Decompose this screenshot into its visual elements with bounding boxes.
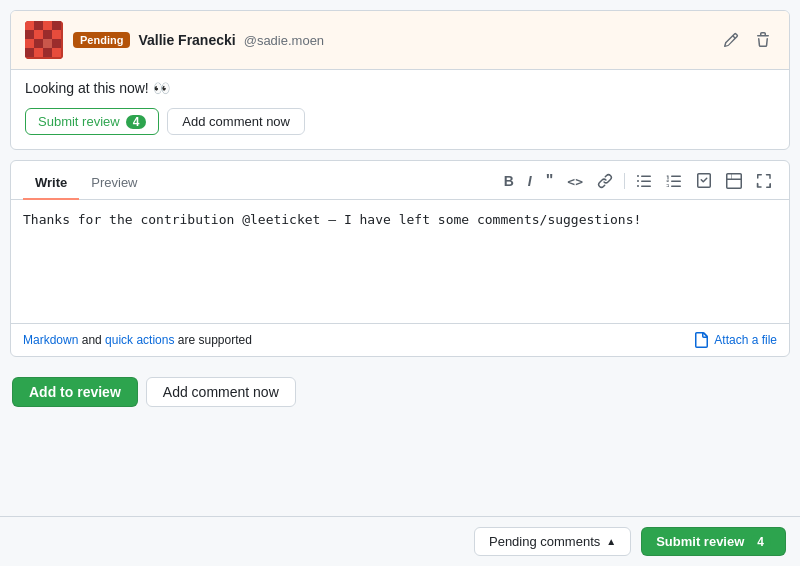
attach-file-label: Attach a file bbox=[714, 333, 777, 347]
toolbar-unordered-list[interactable] bbox=[631, 170, 657, 192]
submit-review-button[interactable]: Submit review 4 bbox=[25, 108, 159, 135]
author-handle: @sadie.moen bbox=[244, 33, 324, 48]
svg-rect-3 bbox=[43, 21, 52, 30]
toolbar-quote[interactable]: " bbox=[541, 170, 559, 192]
toolbar-fullscreen[interactable] bbox=[751, 170, 777, 192]
bottom-action-bar: Add to review Add comment now bbox=[10, 367, 790, 409]
toolbar-task-list[interactable] bbox=[691, 170, 717, 192]
svg-rect-14 bbox=[52, 21, 61, 30]
pending-badge: Pending bbox=[73, 32, 130, 48]
comment-meta: Pending Vallie Franecki @sadie.moen bbox=[73, 32, 324, 48]
markdown-link[interactable]: Markdown bbox=[23, 333, 78, 347]
svg-rect-15 bbox=[25, 48, 34, 57]
task-list-icon bbox=[696, 173, 712, 189]
link-icon bbox=[597, 173, 613, 189]
svg-rect-2 bbox=[34, 30, 43, 39]
svg-rect-6 bbox=[52, 30, 61, 39]
table-icon bbox=[726, 173, 742, 189]
submit-review-label: Submit review bbox=[38, 114, 120, 129]
ordered-list-icon bbox=[666, 173, 682, 189]
quick-actions-link[interactable]: quick actions bbox=[105, 333, 174, 347]
pending-comments-button[interactable]: Pending comments ▲ bbox=[474, 527, 631, 556]
tab-preview[interactable]: Preview bbox=[79, 169, 149, 200]
footer-supported: are supported bbox=[178, 333, 252, 347]
submit-review-count: 4 bbox=[126, 115, 147, 129]
svg-rect-12 bbox=[52, 39, 61, 48]
edit-comment-button[interactable] bbox=[719, 28, 743, 52]
comment-header: Pending Vallie Franecki @sadie.moen bbox=[11, 11, 789, 70]
submit-review-green-label: Submit review bbox=[656, 534, 744, 549]
svg-rect-11 bbox=[34, 39, 43, 48]
submit-review-green-button[interactable]: Submit review 4 bbox=[641, 527, 786, 556]
avatar bbox=[25, 21, 63, 59]
editor-footer-help: Markdown and quick actions are supported bbox=[23, 333, 252, 347]
comment-actions-top bbox=[719, 28, 775, 52]
svg-rect-5 bbox=[34, 48, 43, 57]
code-icon: <> bbox=[567, 175, 583, 188]
comment-footer-buttons: Submit review 4 Add comment now bbox=[25, 108, 775, 135]
editor-card: Write Preview B I " <> bbox=[10, 160, 790, 357]
add-comment-now-button-bottom[interactable]: Add comment now bbox=[146, 377, 296, 407]
attach-file-button[interactable]: Attach a file bbox=[693, 332, 777, 348]
comment-header-left: Pending Vallie Franecki @sadie.moen bbox=[25, 21, 324, 59]
pending-comments-label: Pending comments bbox=[489, 534, 600, 549]
comment-text: Looking at this now! 👀 bbox=[25, 80, 775, 96]
edit-icon bbox=[723, 32, 739, 48]
chevron-up-icon: ▲ bbox=[606, 536, 616, 547]
editor-toolbar: B I " <> bbox=[499, 170, 777, 198]
comment-textarea[interactable]: Thanks for the contribution @leeticket –… bbox=[11, 200, 789, 320]
attach-file-icon bbox=[693, 332, 709, 348]
editor-footer: Markdown and quick actions are supported… bbox=[11, 323, 789, 356]
italic-icon: I bbox=[528, 174, 532, 188]
delete-icon bbox=[755, 32, 771, 48]
svg-rect-16 bbox=[43, 48, 52, 57]
svg-rect-8 bbox=[52, 48, 61, 57]
toolbar-italic[interactable]: I bbox=[523, 171, 537, 191]
add-comment-now-button-top[interactable]: Add comment now bbox=[167, 108, 305, 135]
svg-rect-1 bbox=[25, 21, 34, 30]
bold-icon: B bbox=[504, 174, 514, 188]
toolbar-link[interactable] bbox=[592, 170, 618, 192]
toolbar-separator-1 bbox=[624, 173, 625, 189]
tab-write[interactable]: Write bbox=[23, 169, 79, 200]
quote-icon: " bbox=[546, 173, 554, 189]
svg-rect-9 bbox=[25, 30, 34, 39]
unordered-list-icon bbox=[636, 173, 652, 189]
svg-rect-7 bbox=[43, 39, 52, 48]
footer-and: and bbox=[82, 333, 105, 347]
delete-comment-button[interactable] bbox=[751, 28, 775, 52]
comment-card: Pending Vallie Franecki @sadie.moen bbox=[10, 10, 790, 150]
fullscreen-icon bbox=[756, 173, 772, 189]
comment-author-line: Pending Vallie Franecki @sadie.moen bbox=[73, 32, 324, 48]
bottom-bar: Pending comments ▲ Submit review 4 bbox=[0, 516, 800, 566]
svg-rect-10 bbox=[43, 30, 52, 39]
toolbar-ordered-list[interactable] bbox=[661, 170, 687, 192]
svg-rect-13 bbox=[34, 21, 43, 30]
editor-tabs-left: Write Preview bbox=[23, 169, 150, 199]
svg-rect-4 bbox=[25, 39, 34, 48]
toolbar-code[interactable]: <> bbox=[562, 172, 588, 191]
comment-body: Looking at this now! 👀 Submit review 4 A… bbox=[11, 70, 789, 149]
editor-tabs: Write Preview B I " <> bbox=[11, 161, 789, 200]
add-to-review-button[interactable]: Add to review bbox=[12, 377, 138, 407]
toolbar-bold[interactable]: B bbox=[499, 171, 519, 191]
submit-review-green-count: 4 bbox=[750, 535, 771, 549]
author-name: Vallie Franecki bbox=[138, 32, 235, 48]
toolbar-table[interactable] bbox=[721, 170, 747, 192]
